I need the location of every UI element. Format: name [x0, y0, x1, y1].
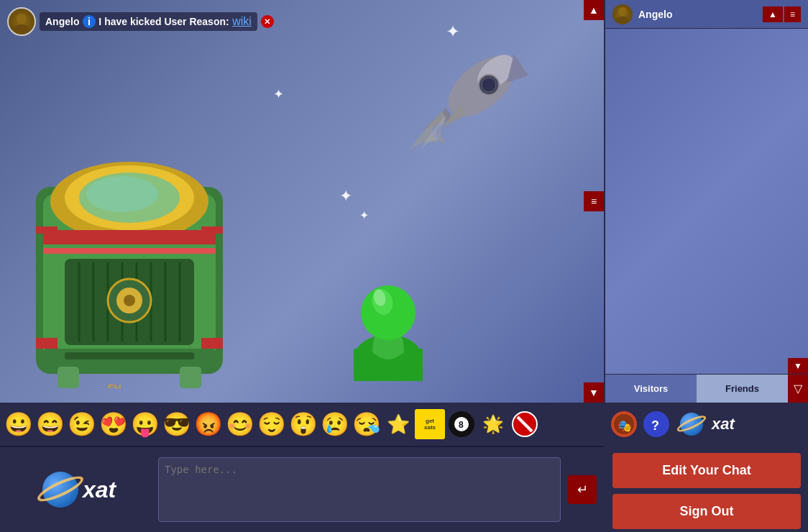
svg-rect-24: [36, 226, 58, 234]
info-icon: i: [83, 15, 96, 28]
svg-text:FH: FH: [108, 382, 121, 388]
notification-link[interactable]: wiki: [232, 15, 252, 27]
svg-point-3: [482, 78, 496, 92]
star-decoration: ✦: [446, 22, 460, 42]
svg-text:8: 8: [459, 420, 464, 430]
star-decoration: ✦: [273, 86, 284, 102]
right-xat-text: xat: [712, 415, 735, 434]
emoji-relieved[interactable]: 😌: [257, 409, 287, 439]
svg-text:🎭: 🎭: [618, 419, 632, 433]
left-panel: ✦ ✦ ✦ ✦: [0, 0, 604, 532]
svg-rect-25: [201, 226, 223, 234]
right-panel: Angelo ▲ ≡ ▼ Visitors Friends ▽ 🎭: [604, 0, 808, 532]
emoji-love[interactable]: 😍: [98, 409, 129, 439]
right-chat-area: ▼: [605, 29, 808, 374]
svg-point-38: [17, 14, 27, 24]
emoji-cry[interactable]: 😢: [320, 409, 350, 439]
svg-point-23: [124, 295, 135, 306]
emoji-grin[interactable]: 😀: [4, 409, 34, 439]
vf-filter-button[interactable]: ▽: [788, 375, 808, 403]
svg-rect-30: [58, 367, 79, 388]
xat-brand-text: xat: [83, 477, 116, 503]
get-xats-button[interactable]: get xats: [415, 409, 445, 439]
notification-bar: Angelo i I have kicked User Reason: wiki…: [7, 7, 274, 36]
emoji-smile[interactable]: 😄: [35, 409, 65, 439]
svg-point-39: [14, 24, 29, 32]
svg-rect-27: [201, 338, 223, 349]
visitors-tab[interactable]: Visitors: [605, 375, 697, 403]
emoji-happy[interactable]: 😊: [225, 409, 255, 439]
right-action-buttons: Edit Your Chat Sign Out: [605, 446, 808, 532]
username-label: Angelo: [45, 16, 79, 27]
star-decoration: ✦: [359, 208, 369, 222]
svg-rect-11: [43, 248, 216, 254]
emoji-tongue[interactable]: 😛: [130, 409, 160, 439]
emoji-cool[interactable]: 😎: [162, 409, 192, 439]
xat-planet-icon[interactable]: [674, 409, 710, 439]
chat-scroll-menu-button[interactable]: ≡: [584, 191, 604, 211]
right-emoji-toolbar: 🎭 ? xat: [605, 403, 808, 446]
right-emoji-1[interactable]: 🎭: [609, 409, 639, 439]
svg-rect-29: [65, 352, 194, 359]
emoji-no[interactable]: [510, 409, 540, 439]
emoji-surprised[interactable]: 😲: [288, 409, 318, 439]
right-emoji-question[interactable]: ?: [641, 409, 671, 439]
sign-out-button[interactable]: Sign Out: [612, 494, 801, 529]
notification-message: Angelo i I have kicked User Reason: wiki: [40, 12, 257, 31]
svg-text:?: ?: [651, 418, 659, 433]
jukebox-image: FH: [22, 144, 237, 388]
right-username-label: Angelo: [638, 9, 672, 20]
right-menu-button[interactable]: ≡: [784, 6, 801, 22]
bottom-input-area: xat ↵: [0, 446, 604, 532]
user-avatar: [345, 266, 431, 381]
star-decoration: ✦: [339, 187, 352, 206]
svg-point-45: [618, 7, 627, 16]
chat-scroll-up-button[interactable]: ▲: [584, 0, 604, 20]
right-header-buttons: ▲ ≡: [763, 6, 801, 22]
close-icon[interactable]: ✕: [261, 15, 274, 28]
emoji-star2[interactable]: 🌟: [478, 409, 508, 439]
xat-logo-bottom: xat: [7, 457, 151, 522]
right-user-avatar: [612, 4, 633, 24]
svg-rect-26: [36, 338, 58, 349]
right-scroll-up-button[interactable]: ▲: [763, 6, 783, 22]
svg-rect-10: [43, 230, 216, 244]
right-panel-header: Angelo ▲ ≡: [605, 0, 808, 29]
rocket-image: [403, 43, 546, 151]
edit-chat-button[interactable]: Edit Your Chat: [612, 453, 801, 488]
chat-area: ✦ ✦ ✦ ✦: [0, 0, 604, 403]
emoji-angry[interactable]: 😡: [193, 409, 224, 439]
emoji-8ball[interactable]: 8: [446, 409, 477, 439]
notification-text-label: I have kicked User Reason:: [98, 16, 229, 27]
right-scroll-down-button[interactable]: ▼: [788, 358, 808, 374]
svg-rect-31: [180, 367, 201, 388]
emoji-bar: 😀 😄 😉 😍 😛 😎 😡 😊 😌 😲 😢 😪 ⭐ get xats: [0, 403, 604, 446]
visitors-friends-bar: Visitors Friends ▽: [605, 374, 808, 403]
chat-input-field[interactable]: [158, 457, 561, 522]
svg-point-46: [616, 17, 629, 23]
emoji-sleepy[interactable]: 😪: [352, 409, 382, 439]
send-button[interactable]: ↵: [568, 475, 597, 504]
emoji-wink[interactable]: 😉: [67, 409, 97, 439]
friends-tab[interactable]: Friends: [697, 375, 788, 403]
user-small-icon: [7, 7, 36, 36]
svg-point-9: [86, 176, 158, 212]
emoji-star[interactable]: ⭐: [383, 409, 413, 439]
chat-scroll-down-button[interactable]: ▼: [584, 382, 604, 403]
right-user-info: Angelo: [612, 4, 672, 24]
